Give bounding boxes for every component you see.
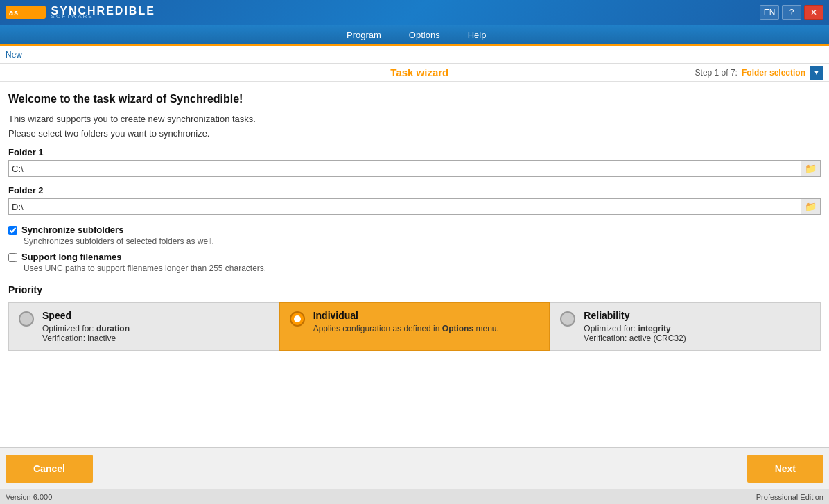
sync-subfolders-desc: Synchronizes subfolders of selected fold… [24, 236, 214, 246]
app-subtitle: SOFTWARE [51, 14, 155, 20]
lang-button[interactable]: EN [760, 5, 779, 20]
next-button[interactable]: Next [747, 455, 823, 483]
menu-help[interactable]: Help [454, 24, 500, 45]
help-button[interactable]: ? [782, 5, 801, 20]
intro-text2: Please select two folders you want to sy… [8, 128, 821, 139]
menu-options[interactable]: Options [395, 24, 454, 45]
options-section: Synchronize subfolders Synchronizes subf… [8, 225, 821, 273]
cancel-button[interactable]: Cancel [6, 455, 93, 483]
main-content: Welcome to the task wizard of Synchredib… [0, 82, 829, 447]
welcome-title: Welcome to the task wizard of Synchredib… [8, 93, 821, 105]
long-filenames-checkbox[interactable] [8, 253, 17, 262]
priority-speed-radio[interactable] [19, 311, 34, 327]
titlebar-controls: EN ? ✕ [760, 5, 823, 20]
long-filenames-desc: Uses UNC paths to support filenames long… [24, 263, 266, 273]
folder2-input[interactable] [8, 198, 801, 215]
priority-reliability-desc: Optimized for: integrity [584, 324, 686, 333]
priority-individual-radio[interactable] [290, 311, 305, 327]
sync-subfolders-row: Synchronize subfolders Synchronizes subf… [8, 225, 821, 246]
folder1-row: 📁 [8, 160, 821, 177]
menu-program[interactable]: Program [333, 24, 395, 45]
edition-text: Professional Edition [756, 493, 823, 501]
sync-subfolders-label: Synchronize subfolders [21, 225, 123, 235]
sync-subfolders-checkbox[interactable] [8, 226, 17, 235]
priority-speed-desc2: Verification: inactive [42, 333, 130, 343]
priority-speed-name: Speed [42, 310, 130, 321]
priority-reliability-radio[interactable] [560, 311, 575, 327]
priority-individual-suffix: menu. [473, 324, 499, 333]
step-info: Step 1 of 7: Folder selection ▼ [695, 66, 823, 80]
priority-speed-desc: Optimized for: duration [42, 324, 130, 333]
new-button[interactable]: New [6, 50, 22, 60]
wizard-title: Task wizard [144, 67, 695, 78]
step-dropdown[interactable]: ▼ [810, 66, 823, 80]
logo-area: ascomp SYNCHREDIBLE SOFTWARE [6, 5, 155, 20]
step-text: Step 1 of 7: [695, 68, 738, 78]
priority-speed-prefix: Optimized for: [42, 324, 96, 333]
priority-reliability-content: Reliability Optimized for: integrity Ver… [584, 310, 686, 343]
intro-text1: This wizard supports you to create new s… [8, 114, 821, 124]
folder2-label: Folder 2 [8, 185, 821, 195]
priority-reliability-bold: integrity [638, 324, 670, 333]
folder2-row: 📁 [8, 198, 821, 215]
priority-reliability-name: Reliability [584, 310, 686, 321]
toolbar: New [0, 46, 829, 64]
priority-reliability-prefix: Optimized for: [584, 324, 638, 333]
footer: Cancel Next [0, 447, 829, 489]
priority-options: Speed Optimized for: duration Verificati… [8, 302, 821, 351]
ascomp-logo: ascomp [6, 6, 46, 19]
folder2-browse-button[interactable]: 📁 [801, 198, 821, 215]
long-filenames-label: Support long filenames [21, 252, 121, 262]
priority-reliability-card[interactable]: Reliability Optimized for: integrity Ver… [550, 302, 821, 351]
priority-speed-card[interactable]: Speed Optimized for: duration Verificati… [8, 302, 279, 351]
menubar: Program Options Help [0, 25, 829, 46]
priority-speed-bold: duration [96, 324, 130, 333]
status-bar: Version 6.000 Professional Edition [0, 489, 829, 504]
long-filenames-row: Support long filenames Uses UNC paths to… [8, 252, 821, 273]
priority-reliability-desc2: Verification: active (CRC32) [584, 333, 686, 343]
priority-individual-bold: Options [442, 324, 473, 333]
folder1-section: Folder 1 📁 [8, 147, 821, 177]
priority-individual-desc: Applies configuration as defined in Opti… [313, 324, 499, 333]
priority-label: Priority [8, 284, 821, 295]
folder2-section: Folder 2 📁 [8, 185, 821, 215]
priority-individual-prefix: Applies configuration as defined in [313, 324, 442, 333]
priority-individual-card[interactable]: Individual Applies configuration as defi… [279, 302, 550, 351]
version-text: Version 6.000 [6, 493, 52, 501]
priority-individual-content: Individual Applies configuration as defi… [313, 310, 499, 333]
titlebar: ascomp SYNCHREDIBLE SOFTWARE EN ? ✕ [0, 0, 829, 25]
step-label: Folder selection [742, 68, 805, 78]
folder1-input[interactable] [8, 160, 801, 177]
close-button[interactable]: ✕ [804, 5, 823, 20]
wizard-header: Task wizard Step 1 of 7: Folder selectio… [0, 64, 829, 82]
priority-speed-content: Speed Optimized for: duration Verificati… [42, 310, 130, 343]
folder1-label: Folder 1 [8, 147, 821, 157]
folder1-browse-button[interactable]: 📁 [801, 160, 821, 177]
priority-individual-name: Individual [313, 310, 499, 321]
